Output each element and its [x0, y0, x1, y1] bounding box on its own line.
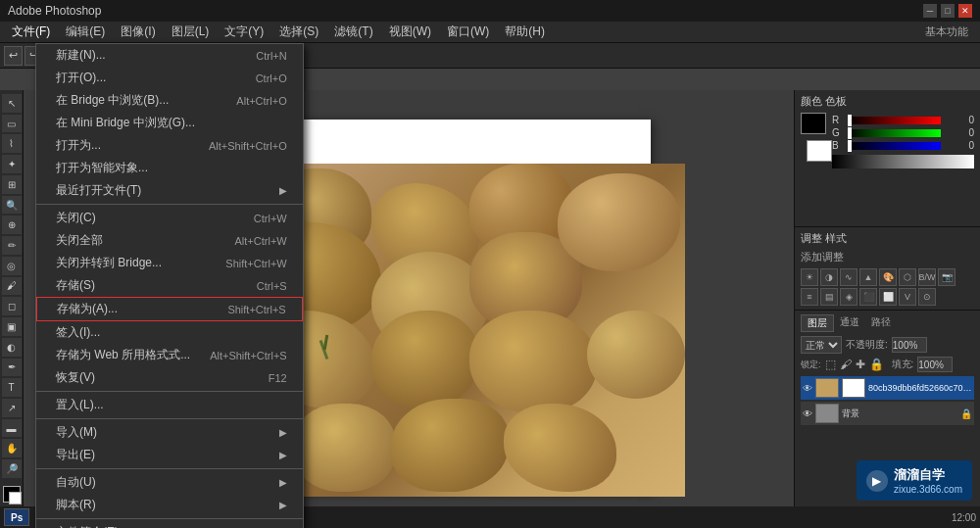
tool-select-rect[interactable]: ▭ [2, 115, 22, 133]
r-slider[interactable] [848, 117, 941, 124]
menu-browse-bridge[interactable]: 在 Bridge 中浏览(B)...Alt+Ctrl+O [36, 89, 303, 112]
menu-new[interactable]: 新建(N)...Ctrl+N [36, 44, 303, 67]
menu-save-as[interactable]: 存储为(A)...Shift+Ctrl+S [36, 297, 303, 321]
adj-gradient-map[interactable]: ▤ [820, 288, 838, 306]
tool-crop[interactable]: ⊞ [2, 175, 22, 194]
menu-close-all[interactable]: 关闭全部Alt+Ctrl+W [36, 229, 303, 252]
tab-channels[interactable]: 通道 [834, 314, 865, 332]
tool-move[interactable]: ↖ [2, 94, 22, 113]
tool-eyedropper[interactable]: 🔍 [2, 196, 22, 215]
layer-row-1[interactable]: 👁 80cb39dbb6fd52660c70f... [801, 376, 974, 400]
tab-paths[interactable]: 路径 [865, 314, 897, 332]
adj-curves[interactable]: ∿ [840, 268, 858, 286]
menu-text[interactable]: 文字(Y) [217, 22, 271, 42]
foreground-color[interactable] [3, 486, 21, 503]
g-value: 0 [945, 127, 974, 138]
lock-transparent[interactable]: ⬚ [825, 358, 836, 371]
tool-lasso[interactable]: ⌇ [2, 134, 22, 153]
minimize-button[interactable]: ─ [923, 4, 937, 18]
b-slider[interactable] [848, 142, 941, 150]
tool-history-brush[interactable]: 🖌 [2, 277, 22, 296]
tab-layers[interactable]: 图层 [801, 314, 834, 332]
menu-help[interactable]: 帮助(H) [497, 22, 553, 42]
adjust-tab[interactable]: 调整 样式 [801, 231, 974, 246]
menu-view[interactable]: 视图(W) [381, 22, 439, 42]
menu-save[interactable]: 存储(S)Ctrl+S [36, 274, 303, 297]
lock-paint[interactable]: 🖌 [840, 358, 852, 371]
adj-hue[interactable]: 🎨 [879, 268, 897, 286]
tool-eraser[interactable]: ◻ [2, 297, 22, 315]
layer1-visibility-icon[interactable]: 👁 [803, 383, 812, 394]
foreground-swatch[interactable] [801, 113, 826, 134]
adj-selective-color[interactable]: ◈ [840, 288, 858, 306]
menu-recent[interactable]: 最近打开文件(T)▶ [36, 179, 303, 202]
menu-browse-mini-bridge[interactable]: 在 Mini Bridge 中浏览(G)... [36, 112, 303, 134]
menu-close-bridge[interactable]: 关闭并转到 Bridge...Shift+Ctrl+W [36, 252, 303, 274]
g-slider[interactable] [848, 129, 941, 137]
color-tab[interactable]: 颜色 色板 [801, 94, 847, 109]
menu-file[interactable]: 文件(F) [4, 22, 58, 42]
menu-place[interactable]: 置入(L)... [36, 394, 303, 416]
tool-hand[interactable]: ✋ [2, 439, 22, 457]
background-swatch[interactable] [807, 140, 832, 162]
layer2-visibility-icon[interactable]: 👁 [803, 408, 812, 419]
menu-close[interactable]: 关闭(C)Ctrl+W [36, 207, 303, 229]
menu-window[interactable]: 窗口(W) [439, 22, 497, 42]
toolbar-arrow[interactable]: ↩ [4, 46, 23, 66]
menu-image[interactable]: 图像(I) [113, 22, 163, 42]
tool-clone[interactable]: ◎ [2, 257, 22, 275]
tool-gradient[interactable]: ▣ [2, 317, 22, 336]
adj-brightness[interactable]: ☀ [801, 268, 818, 286]
menu-filter[interactable]: 滤镜(T) [326, 22, 380, 42]
r-channel: R 0 [832, 115, 974, 125]
menu-save-web[interactable]: 存储为 Web 所用格式式...Alt+Shift+Ctrl+S [36, 344, 303, 366]
menu-edit[interactable]: 编辑(E) [58, 22, 113, 42]
adj-color-balance[interactable]: ⬡ [899, 268, 916, 286]
menu-layer[interactable]: 图层(L) [164, 22, 218, 42]
tool-path-select[interactable]: ↗ [2, 399, 22, 417]
adj-exposure[interactable]: ⊙ [918, 288, 936, 306]
adj-vibrance[interactable]: V [899, 288, 916, 306]
adj-posterize[interactable]: ⬜ [879, 288, 897, 306]
tool-spot-heal[interactable]: ⊕ [2, 216, 22, 234]
taskbar-ps[interactable]: Ps [4, 508, 29, 526]
fill-input[interactable] [917, 357, 953, 372]
tool-zoom[interactable]: 🔎 [2, 459, 22, 478]
menu-file-info[interactable]: 文件简介(E)...Alt+Shift+Ctrl+I [36, 521, 303, 528]
tool-brush[interactable]: ✏ [2, 236, 22, 255]
menu-scripts[interactable]: 脚本(R)▶ [36, 494, 303, 516]
close-button[interactable]: ✕ [958, 4, 972, 18]
menu-import[interactable]: 导入(M)▶ [36, 421, 303, 444]
menu-revert[interactable]: 恢复(V)F12 [36, 366, 303, 389]
tool-pen[interactable]: ✒ [2, 359, 22, 377]
blend-mode-select[interactable]: 正常 [801, 336, 842, 354]
lock-label: 锁定: [801, 359, 821, 371]
maximize-button[interactable]: □ [941, 4, 955, 18]
adj-channel-mixer[interactable]: ≡ [801, 288, 818, 306]
lock-all[interactable]: 🔒 [869, 358, 884, 371]
tool-magic-wand[interactable]: ✦ [2, 155, 22, 173]
background-color[interactable] [9, 492, 22, 504]
adj-contrast[interactable]: ◑ [820, 268, 838, 286]
color-swatches [801, 113, 826, 158]
r-label: R [832, 115, 844, 125]
layer-row-2[interactable]: 👁 背景 🔒 [801, 402, 974, 425]
adj-bw[interactable]: B/W [918, 268, 936, 286]
adj-threshold[interactable]: ⬛ [859, 288, 877, 306]
right-panel: 颜色 色板 R 0 G [794, 90, 980, 506]
file-dropdown[interactable]: 新建(N)...Ctrl+N 打开(O)...Ctrl+O 在 Bridge 中… [35, 43, 304, 528]
menu-open-smart[interactable]: 打开为智能对象... [36, 157, 303, 179]
tool-shape[interactable]: ▬ [2, 419, 22, 438]
adj-photo-filter[interactable]: 📷 [938, 268, 956, 286]
menu-export[interactable]: 导出(E)▶ [36, 444, 303, 466]
tool-dodge[interactable]: ◐ [2, 338, 22, 357]
menu-select[interactable]: 选择(S) [271, 22, 326, 42]
menu-automate[interactable]: 自动(U)▶ [36, 471, 303, 494]
menu-open-as[interactable]: 打开为...Alt+Shift+Ctrl+O [36, 134, 303, 157]
tool-text[interactable]: T [2, 378, 22, 397]
menu-open[interactable]: 打开(O)...Ctrl+O [36, 67, 303, 89]
lock-move[interactable]: ✚ [856, 358, 865, 371]
menu-check-in[interactable]: 签入(I)... [36, 321, 303, 344]
opacity-input[interactable] [892, 337, 927, 353]
adj-levels[interactable]: ▲ [859, 268, 877, 286]
